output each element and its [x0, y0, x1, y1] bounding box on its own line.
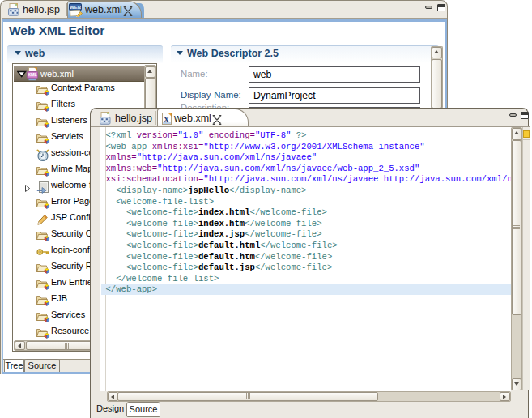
svg-text:XML: XML	[28, 72, 37, 77]
svg-text:WEB: WEB	[70, 5, 82, 10]
svg-text:x: x	[164, 113, 169, 123]
